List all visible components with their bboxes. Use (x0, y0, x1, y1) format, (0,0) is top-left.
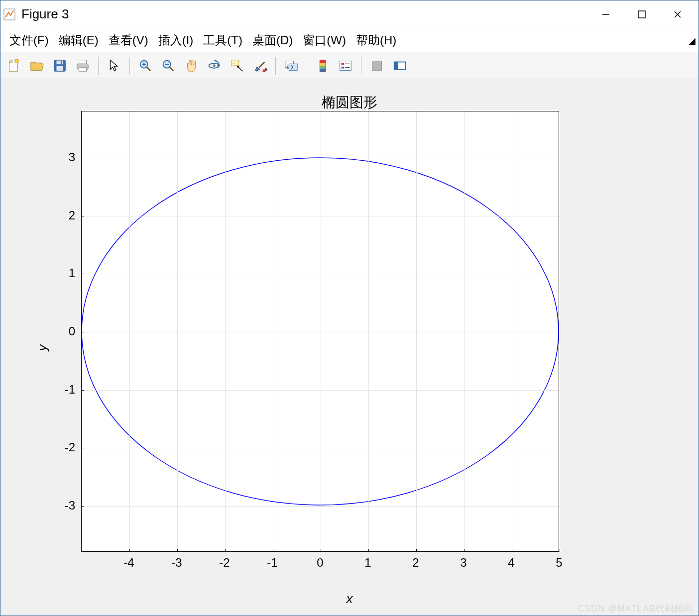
show-tools-icon[interactable] (389, 55, 410, 76)
brush-icon[interactable] (249, 55, 270, 76)
svg-line-27 (238, 66, 242, 71)
dock-arrow-icon[interactable]: ◢ (689, 35, 696, 46)
menu-file[interactable]: 文件(F) (4, 32, 54, 48)
svg-rect-2 (638, 11, 645, 18)
svg-line-19 (170, 67, 174, 71)
y-tick-label: 2 (69, 208, 75, 222)
ellipse-plot (82, 111, 559, 551)
zoom-out-icon[interactable] (158, 55, 179, 76)
figure-area[interactable]: 椭圆图形 y x -4-3-2-1012345 -3-2-10123 CSDN … (0, 79, 699, 616)
y-tick-label: 0 (69, 324, 75, 338)
toolbar (0, 52, 699, 79)
rotate3d-icon[interactable] (204, 55, 225, 76)
svg-point-28 (237, 66, 239, 68)
x-tick-label: -1 (267, 556, 277, 570)
svg-rect-35 (320, 60, 325, 63)
open-icon[interactable] (26, 55, 47, 76)
x-tick-label: -3 (171, 556, 182, 570)
close-button[interactable] (660, 0, 696, 28)
maximize-button[interactable] (624, 0, 660, 28)
svg-rect-11 (79, 60, 87, 64)
menu-desktop[interactable]: 桌面(D) (247, 32, 298, 48)
svg-line-29 (259, 62, 264, 67)
svg-line-15 (147, 67, 151, 71)
svg-rect-9 (56, 66, 63, 70)
y-tick-label: -2 (65, 440, 75, 454)
x-tick-label: 3 (460, 556, 466, 570)
watermark: CSDN @MATLAB代码顾问 (578, 603, 694, 615)
x-tick-label: 2 (412, 556, 419, 570)
minimize-button[interactable] (588, 0, 624, 28)
y-tick-label: -1 (65, 383, 75, 397)
menu-insert[interactable]: 插入(I) (153, 32, 199, 48)
chart-title: 椭圆图形 (0, 93, 699, 112)
link-icon[interactable] (281, 55, 302, 76)
svg-point-23 (213, 64, 216, 67)
pointer-icon[interactable] (104, 55, 124, 76)
legend-icon[interactable] (335, 55, 356, 76)
x-tick-label: -2 (219, 556, 230, 570)
svg-rect-38 (320, 68, 325, 71)
svg-point-6 (15, 59, 19, 63)
datacursor-icon[interactable] (227, 55, 247, 76)
x-tick-label: 4 (508, 556, 514, 570)
titlebar: Figure 3 (0, 0, 699, 28)
y-tick-label: 1 (69, 266, 75, 280)
x-tick-label: -4 (123, 556, 134, 570)
menu-window[interactable]: 窗口(W) (298, 32, 351, 48)
svg-rect-33 (289, 64, 297, 70)
svg-rect-40 (342, 63, 345, 65)
svg-rect-36 (320, 63, 325, 66)
menubar: 文件(F) 编辑(E) 查看(V) 插入(I) 工具(T) 桌面(D) 窗口(W… (0, 28, 699, 52)
svg-marker-31 (265, 67, 267, 71)
svg-rect-39 (340, 61, 351, 70)
svg-rect-13 (79, 67, 87, 71)
svg-rect-41 (342, 66, 345, 68)
y-tick-label: 3 (69, 150, 75, 164)
x-tick-label: 5 (556, 556, 562, 570)
colorbar-icon[interactable] (312, 55, 333, 76)
menu-tools[interactable]: 工具(T) (198, 32, 247, 48)
x-tick-label: 0 (317, 556, 323, 570)
print-icon[interactable] (72, 55, 93, 76)
svg-rect-10 (61, 61, 62, 64)
matlab-figure-icon (3, 8, 15, 20)
menu-help[interactable]: 帮助(H) (351, 32, 401, 48)
menu-view[interactable]: 查看(V) (104, 32, 153, 48)
x-tick-label: 1 (364, 556, 371, 570)
pan-icon[interactable] (181, 55, 202, 76)
hide-tools-icon[interactable] (366, 55, 387, 76)
save-icon[interactable] (49, 55, 70, 76)
axes[interactable] (81, 111, 559, 552)
y-tick-label: -3 (65, 499, 75, 513)
new-figure-icon[interactable] (3, 55, 24, 76)
y-axis-label: y (35, 345, 50, 351)
svg-rect-44 (372, 61, 382, 70)
menu-edit[interactable]: 编辑(E) (54, 32, 104, 48)
svg-rect-24 (232, 60, 239, 65)
window-title: Figure 3 (21, 6, 69, 22)
svg-rect-37 (320, 66, 325, 69)
series-ellipse (82, 158, 559, 505)
zoom-in-icon[interactable] (135, 55, 156, 76)
svg-rect-46 (394, 62, 398, 69)
svg-rect-30 (263, 69, 266, 72)
